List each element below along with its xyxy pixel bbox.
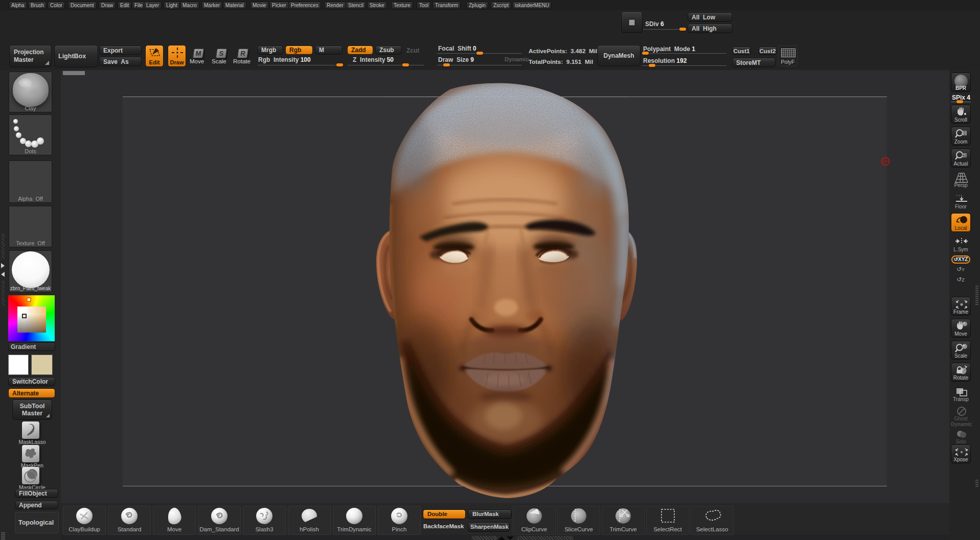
svg-text:x y z: x y z — [956, 194, 962, 197]
svg-text:x1: x1 — [963, 154, 967, 157]
